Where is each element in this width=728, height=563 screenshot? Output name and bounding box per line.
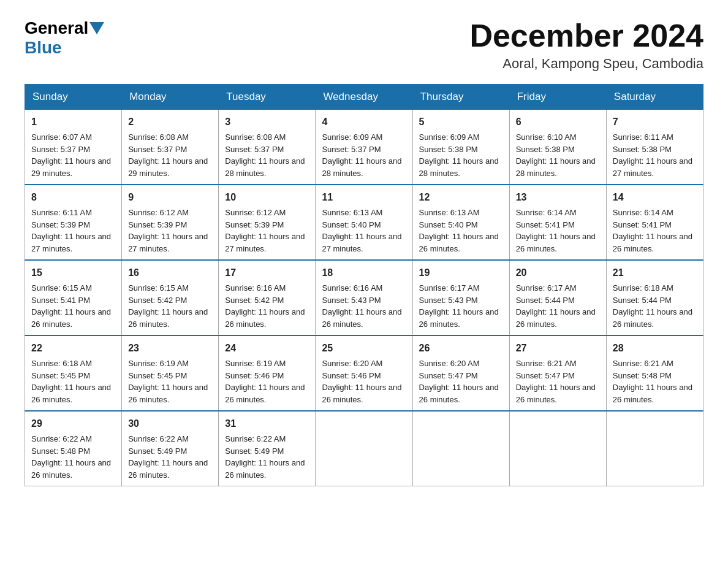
header-saturday: Saturday <box>606 85 703 110</box>
day-number: 17 <box>225 266 309 280</box>
calendar-cell: 4Sunrise: 6:09 AMSunset: 5:37 PMDaylight… <box>316 110 412 185</box>
day-number: 14 <box>613 190 697 205</box>
day-number: 3 <box>225 115 309 129</box>
calendar-cell: 23Sunrise: 6:19 AMSunset: 5:45 PMDayligh… <box>122 335 219 411</box>
title-area: December 2024 Aoral, Kampong Speu, Cambo… <box>469 18 703 72</box>
calendar-cell: 26Sunrise: 6:20 AMSunset: 5:47 PMDayligh… <box>412 335 509 411</box>
day-number: 20 <box>516 266 600 280</box>
calendar-cell: 31Sunrise: 6:22 AMSunset: 5:49 PMDayligh… <box>219 411 316 486</box>
day-number: 4 <box>322 115 406 129</box>
calendar-cell: 17Sunrise: 6:16 AMSunset: 5:42 PMDayligh… <box>219 260 316 335</box>
calendar-cell: 1Sunrise: 6:07 AMSunset: 5:37 PMDaylight… <box>25 110 122 185</box>
day-number: 16 <box>128 266 212 280</box>
day-number: 21 <box>613 266 697 280</box>
calendar-cell: 11Sunrise: 6:13 AMSunset: 5:40 PMDayligh… <box>316 185 412 260</box>
calendar-cell: 18Sunrise: 6:16 AMSunset: 5:43 PMDayligh… <box>316 260 412 335</box>
day-number: 1 <box>31 115 115 129</box>
day-number: 5 <box>419 115 503 129</box>
header-thursday: Thursday <box>412 85 509 110</box>
calendar-cell: 16Sunrise: 6:15 AMSunset: 5:42 PMDayligh… <box>122 260 219 335</box>
calendar-table: SundayMondayTuesdayWednesdayThursdayFrid… <box>25 84 703 486</box>
week-row-4: 22Sunrise: 6:18 AMSunset: 5:45 PMDayligh… <box>25 335 703 411</box>
day-number: 31 <box>225 416 309 431</box>
day-number: 13 <box>516 190 600 205</box>
day-number: 12 <box>419 190 503 205</box>
calendar-cell: 7Sunrise: 6:11 AMSunset: 5:38 PMDaylight… <box>606 110 703 185</box>
header-sunday: Sunday <box>25 85 122 110</box>
week-row-2: 8Sunrise: 6:11 AMSunset: 5:39 PMDaylight… <box>25 185 703 260</box>
day-number: 26 <box>419 341 503 356</box>
calendar-cell: 22Sunrise: 6:18 AMSunset: 5:45 PMDayligh… <box>25 335 122 411</box>
calendar-cell: 8Sunrise: 6:11 AMSunset: 5:39 PMDaylight… <box>25 185 122 260</box>
calendar-cell <box>316 411 412 486</box>
day-number: 28 <box>613 341 697 356</box>
month-year-title: December 2024 <box>469 18 703 53</box>
day-number: 2 <box>128 115 212 129</box>
calendar-cell: 25Sunrise: 6:20 AMSunset: 5:46 PMDayligh… <box>316 335 412 411</box>
calendar-cell: 12Sunrise: 6:13 AMSunset: 5:40 PMDayligh… <box>412 185 509 260</box>
calendar-cell: 28Sunrise: 6:21 AMSunset: 5:48 PMDayligh… <box>606 335 703 411</box>
header-wednesday: Wednesday <box>316 85 412 110</box>
calendar-cell: 29Sunrise: 6:22 AMSunset: 5:48 PMDayligh… <box>25 411 122 486</box>
day-number: 25 <box>322 341 406 356</box>
day-number: 11 <box>322 190 406 205</box>
day-number: 27 <box>516 341 600 356</box>
header-monday: Monday <box>122 85 219 110</box>
header-friday: Friday <box>509 85 606 110</box>
calendar-cell: 6Sunrise: 6:10 AMSunset: 5:38 PMDaylight… <box>509 110 606 185</box>
day-number: 9 <box>128 190 212 205</box>
week-row-1: 1Sunrise: 6:07 AMSunset: 5:37 PMDaylight… <box>25 110 703 185</box>
day-number: 19 <box>419 266 503 280</box>
logo: General Blue <box>25 18 105 58</box>
day-number: 6 <box>516 115 600 129</box>
logo-blue-text: Blue <box>25 38 62 57</box>
calendar-cell: 24Sunrise: 6:19 AMSunset: 5:46 PMDayligh… <box>219 335 316 411</box>
day-number: 23 <box>128 341 212 356</box>
header-tuesday: Tuesday <box>219 85 316 110</box>
week-row-3: 15Sunrise: 6:15 AMSunset: 5:41 PMDayligh… <box>25 260 703 335</box>
logo-triangle-icon <box>89 22 104 34</box>
calendar-cell <box>412 411 509 486</box>
calendar-cell: 19Sunrise: 6:17 AMSunset: 5:43 PMDayligh… <box>412 260 509 335</box>
day-number: 10 <box>225 190 309 205</box>
calendar-cell <box>606 411 703 486</box>
calendar-cell: 21Sunrise: 6:18 AMSunset: 5:44 PMDayligh… <box>606 260 703 335</box>
day-number: 15 <box>31 266 115 280</box>
calendar-cell: 9Sunrise: 6:12 AMSunset: 5:39 PMDaylight… <box>122 185 219 260</box>
day-number: 30 <box>128 416 212 431</box>
calendar-cell: 30Sunrise: 6:22 AMSunset: 5:49 PMDayligh… <box>122 411 219 486</box>
day-number: 22 <box>31 341 115 356</box>
calendar-cell: 14Sunrise: 6:14 AMSunset: 5:41 PMDayligh… <box>606 185 703 260</box>
day-number: 7 <box>613 115 697 129</box>
day-number: 18 <box>322 266 406 280</box>
calendar-cell: 27Sunrise: 6:21 AMSunset: 5:47 PMDayligh… <box>509 335 606 411</box>
day-number: 29 <box>31 416 115 431</box>
page-header: General Blue December 2024 Aoral, Kampon… <box>25 18 703 72</box>
calendar-cell: 13Sunrise: 6:14 AMSunset: 5:41 PMDayligh… <box>509 185 606 260</box>
calendar-cell: 10Sunrise: 6:12 AMSunset: 5:39 PMDayligh… <box>219 185 316 260</box>
week-row-5: 29Sunrise: 6:22 AMSunset: 5:48 PMDayligh… <box>25 411 703 486</box>
calendar-cell: 20Sunrise: 6:17 AMSunset: 5:44 PMDayligh… <box>509 260 606 335</box>
location-subtitle: Aoral, Kampong Speu, Cambodia <box>469 56 703 72</box>
logo-general-text: General <box>25 18 88 38</box>
day-number: 24 <box>225 341 309 356</box>
day-number: 8 <box>31 190 115 205</box>
calendar-cell: 3Sunrise: 6:08 AMSunset: 5:37 PMDaylight… <box>219 110 316 185</box>
calendar-header-row: SundayMondayTuesdayWednesdayThursdayFrid… <box>25 85 703 110</box>
calendar-cell <box>509 411 606 486</box>
calendar-cell: 5Sunrise: 6:09 AMSunset: 5:38 PMDaylight… <box>412 110 509 185</box>
calendar-cell: 15Sunrise: 6:15 AMSunset: 5:41 PMDayligh… <box>25 260 122 335</box>
calendar-cell: 2Sunrise: 6:08 AMSunset: 5:37 PMDaylight… <box>122 110 219 185</box>
